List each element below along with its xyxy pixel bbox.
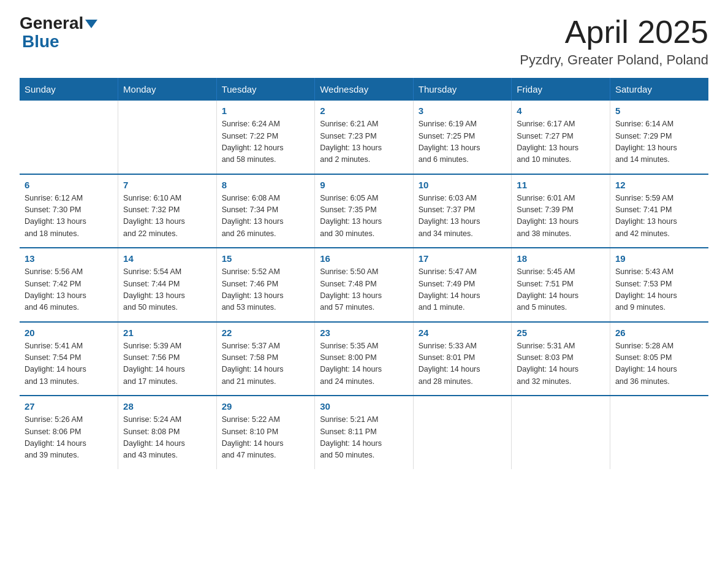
day-number: 29	[222, 401, 310, 412]
day-number: 30	[320, 401, 408, 412]
calendar-week-row: 1Sunrise: 6:24 AMSunset: 7:22 PMDaylight…	[20, 101, 708, 174]
day-number: 2	[320, 105, 408, 116]
calendar-week-row: 13Sunrise: 5:56 AMSunset: 7:42 PMDayligh…	[20, 248, 708, 322]
day-number: 3	[419, 105, 507, 116]
day-of-week-header: Saturday	[610, 78, 708, 101]
calendar-cell: 16Sunrise: 5:50 AMSunset: 7:48 PMDayligh…	[315, 248, 414, 322]
day-info-text: Sunrise: 5:33 AMSunset: 8:01 PMDaylight:…	[419, 340, 507, 388]
day-number: 9	[320, 180, 408, 190]
day-number: 4	[517, 105, 605, 116]
day-number: 11	[517, 180, 605, 190]
day-number: 5	[615, 105, 703, 116]
calendar-cell: 11Sunrise: 6:01 AMSunset: 7:39 PMDayligh…	[512, 174, 610, 248]
day-info-text: Sunrise: 5:43 AMSunset: 7:53 PMDaylight:…	[615, 266, 703, 314]
calendar-cell: 9Sunrise: 6:05 AMSunset: 7:35 PMDaylight…	[315, 174, 414, 248]
day-of-week-header: Friday	[512, 78, 610, 101]
day-number: 16	[320, 253, 408, 264]
day-info-text: Sunrise: 5:24 AMSunset: 8:08 PMDaylight:…	[123, 414, 211, 462]
day-info-text: Sunrise: 6:21 AMSunset: 7:23 PMDaylight:…	[320, 118, 408, 166]
day-number: 19	[615, 253, 703, 264]
day-number: 21	[123, 327, 211, 338]
calendar-cell: 25Sunrise: 5:31 AMSunset: 8:03 PMDayligh…	[512, 322, 610, 396]
calendar-cell: 10Sunrise: 6:03 AMSunset: 7:37 PMDayligh…	[413, 174, 512, 248]
calendar-cell: 17Sunrise: 5:47 AMSunset: 7:49 PMDayligh…	[413, 248, 512, 322]
calendar-cell: 13Sunrise: 5:56 AMSunset: 7:42 PMDayligh…	[20, 248, 118, 322]
day-info-text: Sunrise: 6:03 AMSunset: 7:37 PMDaylight:…	[419, 193, 507, 240]
day-info-text: Sunrise: 5:54 AMSunset: 7:44 PMDaylight:…	[123, 266, 211, 314]
day-info-text: Sunrise: 5:39 AMSunset: 7:56 PMDaylight:…	[123, 340, 211, 388]
day-number: 6	[25, 180, 113, 190]
calendar-cell: 14Sunrise: 5:54 AMSunset: 7:44 PMDayligh…	[118, 248, 217, 322]
day-info-text: Sunrise: 6:12 AMSunset: 7:30 PMDaylight:…	[25, 193, 113, 240]
location-subtitle: Pyzdry, Greater Poland, Poland	[520, 52, 708, 68]
day-number: 26	[615, 327, 703, 338]
day-number: 15	[222, 253, 310, 264]
day-number: 12	[615, 180, 703, 190]
calendar-week-row: 27Sunrise: 5:26 AMSunset: 8:06 PMDayligh…	[20, 396, 708, 469]
day-info-text: Sunrise: 5:22 AMSunset: 8:10 PMDaylight:…	[222, 414, 310, 462]
day-info-text: Sunrise: 6:14 AMSunset: 7:29 PMDaylight:…	[615, 118, 703, 166]
logo-general-text: General	[20, 15, 83, 32]
day-info-text: Sunrise: 5:28 AMSunset: 8:05 PMDaylight:…	[615, 340, 703, 388]
calendar-cell: 5Sunrise: 6:14 AMSunset: 7:29 PMDaylight…	[610, 101, 708, 174]
logo-blue-text: Blue	[22, 33, 59, 50]
calendar-cell: 15Sunrise: 5:52 AMSunset: 7:46 PMDayligh…	[216, 248, 315, 322]
calendar-cell: 22Sunrise: 5:37 AMSunset: 7:58 PMDayligh…	[216, 322, 315, 396]
calendar-title: April 2025	[520, 15, 708, 50]
day-of-week-header: Sunday	[20, 78, 118, 101]
day-of-week-header: Monday	[118, 78, 217, 101]
calendar-cell: 18Sunrise: 5:45 AMSunset: 7:51 PMDayligh…	[512, 248, 610, 322]
calendar-week-row: 20Sunrise: 5:41 AMSunset: 7:54 PMDayligh…	[20, 322, 708, 396]
day-info-text: Sunrise: 5:52 AMSunset: 7:46 PMDaylight:…	[222, 266, 310, 314]
day-info-text: Sunrise: 6:01 AMSunset: 7:39 PMDaylight:…	[517, 193, 605, 240]
day-info-text: Sunrise: 5:56 AMSunset: 7:42 PMDaylight:…	[25, 266, 113, 314]
calendar-cell	[118, 101, 217, 174]
calendar-cell	[610, 396, 708, 469]
calendar-cell: 28Sunrise: 5:24 AMSunset: 8:08 PMDayligh…	[118, 396, 217, 469]
calendar-cell: 23Sunrise: 5:35 AMSunset: 8:00 PMDayligh…	[315, 322, 414, 396]
calendar-cell	[512, 396, 610, 469]
day-info-text: Sunrise: 6:10 AMSunset: 7:32 PMDaylight:…	[123, 193, 211, 240]
calendar-week-row: 6Sunrise: 6:12 AMSunset: 7:30 PMDaylight…	[20, 174, 708, 248]
calendar-cell: 6Sunrise: 6:12 AMSunset: 7:30 PMDaylight…	[20, 174, 118, 248]
day-info-text: Sunrise: 6:24 AMSunset: 7:22 PMDaylight:…	[222, 118, 310, 166]
calendar-cell: 12Sunrise: 5:59 AMSunset: 7:41 PMDayligh…	[610, 174, 708, 248]
day-info-text: Sunrise: 6:17 AMSunset: 7:27 PMDaylight:…	[517, 118, 605, 166]
day-number: 20	[25, 327, 113, 338]
calendar-cell: 29Sunrise: 5:22 AMSunset: 8:10 PMDayligh…	[216, 396, 315, 469]
calendar-cell: 1Sunrise: 6:24 AMSunset: 7:22 PMDaylight…	[216, 101, 315, 174]
day-info-text: Sunrise: 5:45 AMSunset: 7:51 PMDaylight:…	[517, 266, 605, 314]
day-of-week-header: Thursday	[413, 78, 512, 101]
calendar-cell: 7Sunrise: 6:10 AMSunset: 7:32 PMDaylight…	[118, 174, 217, 248]
day-info-text: Sunrise: 5:59 AMSunset: 7:41 PMDaylight:…	[615, 193, 703, 240]
calendar-cell: 27Sunrise: 5:26 AMSunset: 8:06 PMDayligh…	[20, 396, 118, 469]
calendar-cell: 19Sunrise: 5:43 AMSunset: 7:53 PMDayligh…	[610, 248, 708, 322]
day-number: 18	[517, 253, 605, 264]
day-info-text: Sunrise: 5:41 AMSunset: 7:54 PMDaylight:…	[25, 340, 113, 388]
day-number: 22	[222, 327, 310, 338]
day-number: 27	[25, 401, 113, 412]
calendar-cell: 30Sunrise: 5:21 AMSunset: 8:11 PMDayligh…	[315, 396, 414, 469]
day-info-text: Sunrise: 6:05 AMSunset: 7:35 PMDaylight:…	[320, 193, 408, 240]
day-number: 1	[222, 105, 310, 116]
calendar-cell: 2Sunrise: 6:21 AMSunset: 7:23 PMDaylight…	[315, 101, 414, 174]
calendar-cell: 26Sunrise: 5:28 AMSunset: 8:05 PMDayligh…	[610, 322, 708, 396]
day-info-text: Sunrise: 5:21 AMSunset: 8:11 PMDaylight:…	[320, 414, 408, 462]
day-info-text: Sunrise: 5:50 AMSunset: 7:48 PMDaylight:…	[320, 266, 408, 314]
day-info-text: Sunrise: 5:47 AMSunset: 7:49 PMDaylight:…	[419, 266, 507, 314]
day-of-week-header: Wednesday	[315, 78, 414, 101]
calendar-cell: 4Sunrise: 6:17 AMSunset: 7:27 PMDaylight…	[512, 101, 610, 174]
title-section: April 2025 Pyzdry, Greater Poland, Polan…	[520, 15, 708, 68]
day-number: 13	[25, 253, 113, 264]
day-of-week-header: Tuesday	[216, 78, 315, 101]
day-info-text: Sunrise: 5:35 AMSunset: 8:00 PMDaylight:…	[320, 340, 408, 388]
day-info-text: Sunrise: 5:37 AMSunset: 7:58 PMDaylight:…	[222, 340, 310, 388]
calendar-cell: 3Sunrise: 6:19 AMSunset: 7:25 PMDaylight…	[413, 101, 512, 174]
calendar-cell: 21Sunrise: 5:39 AMSunset: 7:56 PMDayligh…	[118, 322, 217, 396]
day-info-text: Sunrise: 6:19 AMSunset: 7:25 PMDaylight:…	[419, 118, 507, 166]
day-number: 14	[123, 253, 211, 264]
calendar-header-row: SundayMondayTuesdayWednesdayThursdayFrid…	[20, 78, 708, 101]
logo-arrow-icon	[85, 20, 97, 28]
calendar-cell: 20Sunrise: 5:41 AMSunset: 7:54 PMDayligh…	[20, 322, 118, 396]
calendar-cell	[20, 101, 118, 174]
